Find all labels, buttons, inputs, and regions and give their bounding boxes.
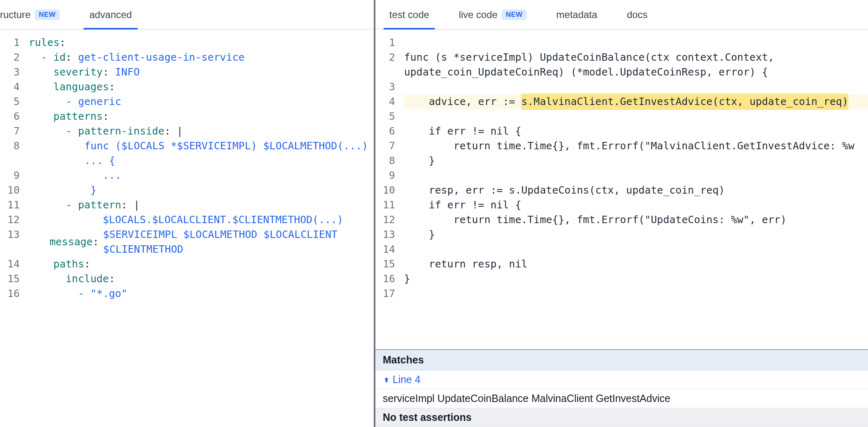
yaml-line[interactable]: func ($LOCALS *$SERVICEIMPL) $LOCALMETHO… (29, 139, 374, 168)
go-line[interactable] (404, 286, 868, 301)
left-tabs: ructureNEWadvanced (0, 0, 374, 30)
yaml-line[interactable]: ... (29, 168, 374, 183)
rule-editor-pane: ructureNEWadvanced 123456789101112131415… (0, 0, 375, 427)
go-line[interactable] (404, 80, 868, 94)
right-tab-docs[interactable]: docs (621, 0, 653, 29)
test-pane: test codelive codeNEWmetadatadocs 123456… (375, 0, 868, 427)
match-line-label: Line 4 (393, 374, 420, 386)
left-tab-ructure[interactable]: ructureNEW (0, 0, 66, 29)
app-root: ructureNEWadvanced 123456789101112131415… (0, 0, 868, 427)
go-line[interactable]: resp, err := s.UpdateCoins(ctx, update_c… (404, 183, 868, 198)
go-line[interactable]: } (404, 153, 868, 168)
right-tab-live-code[interactable]: live codeNEW (453, 0, 532, 29)
match-highlight: s.MalvinaClient.GetInvestAdvice(ctx, upd… (521, 94, 848, 110)
go-line[interactable]: return time.Time{}, fmt.Errorf("UpdateCo… (404, 212, 868, 227)
yaml-line[interactable]: severity: INFO (29, 65, 374, 80)
tab-label: live code (459, 9, 498, 21)
matches-panel: Matches Line 4 serviceImpl UpdateCoinBal… (375, 349, 868, 427)
go-line[interactable]: } (404, 227, 868, 242)
tab-label: metadata (556, 9, 597, 21)
go-line[interactable]: advice, err := s.MalvinaClient.GetInvest… (404, 94, 868, 109)
arrow-up-icon (383, 376, 390, 384)
go-line[interactable] (404, 242, 868, 257)
go-line[interactable]: func (s *serviceImpl) UpdateCoinBalance(… (404, 50, 868, 80)
go-gutter: 1234567891011121314151617 (375, 35, 401, 349)
tab-label: test code (389, 9, 429, 21)
new-badge: NEW (35, 9, 60, 20)
go-editor[interactable]: 1234567891011121314151617 func (s *servi… (375, 30, 868, 349)
yaml-line[interactable]: $LOCALS.$LOCALCLIENT.$CLIENTMETHOD(...) (29, 212, 374, 227)
go-line[interactable] (404, 168, 868, 183)
go-line[interactable]: if err != nil { (404, 124, 868, 139)
match-line-link[interactable]: Line 4 (375, 370, 868, 389)
yaml-line[interactable]: include: (29, 272, 374, 286)
match-message: serviceImpl UpdateCoinBalance MalvinaCli… (375, 389, 868, 408)
right-tab-test-code[interactable]: test code (384, 0, 435, 29)
yaml-gutter: 12345678910111213141516 (0, 35, 25, 427)
go-line[interactable] (404, 109, 868, 124)
tab-label: ructure (0, 9, 31, 21)
yaml-line[interactable]: paths: (29, 257, 374, 272)
no-assertions: No test assertions (375, 408, 868, 427)
yaml-code[interactable]: rules: - id: get-client-usage-in-service… (25, 35, 374, 427)
yaml-line[interactable]: } (29, 183, 374, 198)
yaml-line[interactable]: - id: get-client-usage-in-service (29, 50, 374, 65)
tab-label: advanced (89, 9, 132, 21)
yaml-editor[interactable]: 12345678910111213141516 rules: - id: get… (0, 30, 374, 427)
yaml-line[interactable]: - "*.go" (29, 286, 374, 301)
yaml-line[interactable]: languages: (29, 80, 374, 94)
go-line[interactable]: } (404, 272, 868, 286)
go-line[interactable] (404, 35, 868, 50)
go-code[interactable]: func (s *serviceImpl) UpdateCoinBalance(… (401, 35, 868, 349)
yaml-line[interactable]: message: $SERVICEIMPL $LOCALMETHOD $LOCA… (29, 227, 374, 257)
left-tab-advanced[interactable]: advanced (84, 0, 138, 29)
yaml-line[interactable]: - pattern-inside: | (29, 124, 374, 139)
right-tabs: test codelive codeNEWmetadatadocs (375, 0, 868, 30)
matches-header: Matches (375, 350, 868, 370)
right-tab-metadata[interactable]: metadata (550, 0, 603, 29)
yaml-line[interactable]: rules: (29, 35, 374, 50)
yaml-line[interactable]: - generic (29, 94, 374, 109)
go-line[interactable]: return resp, nil (404, 257, 868, 272)
go-line[interactable]: if err != nil { (404, 198, 868, 212)
yaml-line[interactable]: - pattern: | (29, 198, 374, 212)
new-badge: NEW (502, 9, 527, 20)
tab-label: docs (627, 9, 648, 21)
yaml-line[interactable]: patterns: (29, 109, 374, 124)
go-line[interactable]: return time.Time{}, fmt.Errorf("MalvinaC… (404, 139, 868, 153)
